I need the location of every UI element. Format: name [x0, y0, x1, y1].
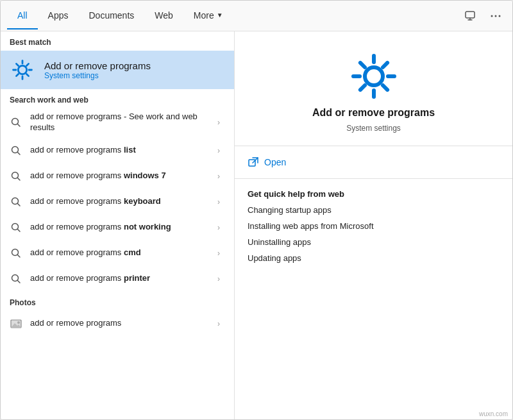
- nav-tabs: All Apps Documents Web More ▼: [7, 3, 460, 29]
- best-match-label: Best match: [1, 31, 234, 51]
- svg-point-3: [499, 15, 501, 17]
- chevron-right-icon: ›: [212, 247, 225, 260]
- tab-more[interactable]: More ▼: [183, 3, 233, 29]
- best-match-title: Add or remove programs: [44, 60, 151, 71]
- right-panel: Add or remove programs System settings O…: [235, 31, 512, 419]
- help-link-4[interactable]: Updating apps: [248, 253, 500, 263]
- search-result-item[interactable]: add or remove programs keyboard ›: [1, 189, 234, 215]
- best-match-item[interactable]: Add or remove programs System settings: [1, 51, 234, 89]
- tab-apps[interactable]: Apps: [38, 3, 79, 29]
- svg-line-37: [383, 63, 387, 67]
- help-link-3[interactable]: Uninstalling apps: [248, 237, 500, 247]
- best-match-app-icon: [10, 57, 35, 83]
- gear-icon-large: [348, 51, 399, 102]
- svg-line-26: [18, 280, 21, 283]
- best-match-subtitle: System settings: [44, 71, 151, 80]
- svg-point-4: [18, 65, 26, 74]
- chevron-down-icon: ▼: [217, 12, 223, 19]
- photos-result-text: add or remove programs: [30, 318, 205, 329]
- left-panel: Best match: [1, 31, 235, 419]
- open-button[interactable]: Open: [248, 154, 500, 171]
- open-external-icon: [248, 156, 259, 168]
- svg-point-30: [365, 67, 383, 85]
- help-link-1[interactable]: Changing startup apps: [248, 205, 500, 215]
- chevron-right-icon: ›: [212, 116, 225, 129]
- search-magnifier-icon: [10, 196, 22, 208]
- search-magnifier-icon: [10, 170, 22, 183]
- search-result-text: add or remove programs windows 7: [30, 171, 205, 181]
- svg-line-35: [360, 63, 364, 67]
- chevron-right-icon: ›: [212, 170, 225, 183]
- search-result-item[interactable]: add or remove programs printer ›: [1, 266, 234, 292]
- search-magnifier-icon: [10, 221, 22, 234]
- help-heading: Get quick help from web: [248, 189, 500, 199]
- help-link-2[interactable]: Installing web apps from Microsoft: [248, 221, 500, 231]
- search-window: All Apps Documents Web More ▼: [0, 0, 513, 420]
- gear-icon-small: [10, 47, 35, 93]
- ellipsis-icon: [490, 10, 501, 22]
- search-result-text: add or remove programs cmd: [30, 248, 205, 258]
- search-result-item[interactable]: add or remove programs - See work and we…: [1, 107, 234, 138]
- search-magnifier-icon: [10, 273, 22, 285]
- svg-line-9: [16, 63, 18, 65]
- svg-point-2: [495, 15, 497, 17]
- svg-line-12: [16, 74, 18, 76]
- search-result-text: add or remove programs list: [30, 145, 205, 156]
- search-result-item[interactable]: add or remove programs not working ›: [1, 215, 234, 240]
- search-magnifier-icon: [10, 144, 22, 157]
- search-result-item[interactable]: add or remove programs list ›: [1, 138, 234, 164]
- chevron-right-icon: ›: [212, 196, 225, 208]
- user-icon: [464, 10, 476, 22]
- search-result-text: add or remove programs not working: [30, 222, 205, 233]
- open-label: Open: [264, 157, 286, 167]
- photos-section-label: Photos: [1, 292, 234, 311]
- svg-line-20: [18, 203, 21, 206]
- top-nav: All Apps Documents Web More ▼: [1, 1, 512, 31]
- best-match-text: Add or remove programs System settings: [44, 60, 151, 80]
- user-icon-button[interactable]: [460, 6, 480, 26]
- svg-point-1: [491, 15, 493, 17]
- right-help: Get quick help from web Changing startup…: [235, 179, 512, 273]
- right-actions: Open: [235, 146, 512, 179]
- tab-web[interactable]: Web: [144, 3, 183, 29]
- search-magnifier-icon: [10, 116, 22, 129]
- more-label: More: [194, 10, 214, 21]
- search-result-item[interactable]: add or remove programs cmd ›: [1, 240, 234, 266]
- svg-line-36: [383, 85, 387, 90]
- svg-line-11: [26, 63, 28, 65]
- chevron-right-icon: ›: [212, 317, 225, 330]
- tab-documents[interactable]: Documents: [78, 3, 144, 29]
- main-content: Best match: [1, 31, 512, 419]
- right-app-info: Add or remove programs System settings: [235, 31, 512, 146]
- chevron-right-icon: ›: [212, 144, 225, 157]
- svg-line-24: [18, 255, 21, 257]
- search-result-item[interactable]: add or remove programs windows 7 ›: [1, 164, 234, 189]
- chevron-right-icon: ›: [212, 221, 225, 234]
- svg-rect-0: [466, 12, 475, 18]
- search-result-text: add or remove programs keyboard: [30, 196, 205, 207]
- nav-actions: [460, 6, 506, 26]
- tab-all[interactable]: All: [7, 3, 38, 29]
- svg-line-14: [18, 124, 21, 126]
- svg-line-16: [18, 152, 21, 155]
- more-options-button[interactable]: [485, 6, 506, 26]
- svg-line-18: [18, 178, 21, 180]
- search-result-text: add or remove programs - See work and we…: [30, 112, 205, 133]
- svg-line-38: [360, 85, 364, 90]
- app-icon-large: [348, 51, 399, 102]
- app-subtitle: System settings: [346, 124, 401, 133]
- search-result-text: add or remove programs printer: [30, 273, 205, 284]
- svg-line-10: [26, 74, 28, 76]
- chevron-right-icon: ›: [212, 273, 225, 285]
- photos-icon: [10, 317, 22, 330]
- search-magnifier-icon: [10, 247, 22, 260]
- svg-line-22: [18, 229, 21, 231]
- svg-point-29: [17, 321, 20, 324]
- app-title-large: Add or remove programs: [312, 107, 435, 119]
- photos-result-item[interactable]: add or remove programs ›: [1, 311, 234, 337]
- search-section-label: Search work and web: [1, 89, 234, 107]
